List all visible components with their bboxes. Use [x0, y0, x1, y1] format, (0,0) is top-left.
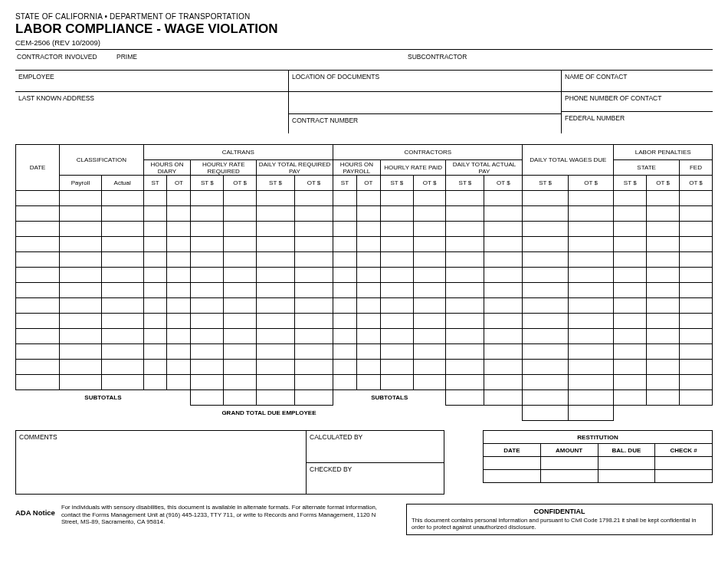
field-last-known-address[interactable]: LAST KNOWN ADDRESS	[15, 92, 288, 133]
th-labor-penalties: LABOR PENALTIES	[614, 145, 713, 160]
label-grand-total: GRAND TOTAL DUE EMPLOYEE	[16, 406, 523, 421]
th-rest-date: DATE	[484, 444, 541, 457]
field-location-documents[interactable]: LOCATION OF DOCUMENTS	[288, 71, 561, 92]
th-hourly-rate-req: HOURLY RATE REQUIRED	[191, 160, 257, 176]
field-comments[interactable]: COMMENTS	[15, 430, 307, 495]
th-date: DATE	[16, 145, 60, 191]
th-sub-otd: OT $	[413, 176, 446, 191]
th-fed: FED	[679, 160, 712, 176]
field-employee[interactable]: EMPLOYEE	[15, 71, 288, 92]
wage-table: DATE CLASSIFICATION CALTRANS CONTRACTORS…	[15, 144, 713, 421]
th-rest-check: CHECK #	[655, 444, 713, 457]
field-name-contact[interactable]: NAME OF CONTACT	[561, 71, 713, 92]
th-sub-payroll: Payroll	[60, 176, 102, 191]
table-row[interactable]	[16, 298, 713, 314]
table-row[interactable]	[16, 191, 713, 206]
table-row[interactable]	[16, 344, 713, 360]
table-row[interactable]	[16, 222, 713, 237]
confidential-body: This document contains personal informat…	[412, 517, 707, 531]
th-sub-otd: OT $	[568, 176, 613, 191]
ada-heading: ADA Notice	[15, 504, 55, 526]
th-sub-st: ST	[333, 176, 357, 191]
ada-body: For individuals with sensory disabilitie…	[61, 504, 383, 526]
label-contractor-involved: CONTRACTOR INVOLVED	[15, 50, 115, 71]
th-sub-std: ST $	[523, 176, 568, 191]
th-classification: CLASSIFICATION	[60, 145, 143, 176]
confidential-heading: CONFIDENTIAL	[412, 508, 707, 515]
restitution-row[interactable]	[484, 470, 713, 483]
grand-total-row: GRAND TOTAL DUE EMPLOYEE	[16, 406, 713, 421]
th-sub-std: ST $	[446, 176, 484, 191]
th-hours-payroll: HOURS ON PAYROLL	[333, 160, 381, 176]
th-sub-otd: OT $	[647, 176, 680, 191]
table-row[interactable]	[16, 360, 713, 375]
th-sub-otd: OT $	[484, 176, 523, 191]
table-row[interactable]	[16, 206, 713, 222]
field-federal-number[interactable]: FEDERAL NUMBER	[562, 112, 713, 131]
restitution-table: RESTITUTION DATE AMOUNT BAL. DUE CHECK #	[483, 430, 713, 483]
th-sub-otd: OT $	[224, 176, 257, 191]
th-sub-actual: Actual	[101, 176, 143, 191]
table-row[interactable]	[16, 268, 713, 283]
table-row[interactable]	[16, 237, 713, 252]
label-prime: PRIME	[115, 50, 406, 71]
field-checked-by[interactable]: CHECKED BY	[307, 463, 444, 495]
table-row[interactable]	[16, 375, 713, 390]
table-row[interactable]	[16, 252, 713, 268]
th-sub-otd: OT $	[679, 176, 712, 191]
th-sub-std: ST $	[614, 176, 647, 191]
th-rest-bal: BAL. DUE	[598, 444, 655, 457]
th-sub-std: ST $	[380, 176, 413, 191]
header-state-line: STATE OF CALIFORNIA • DEPARTMENT OF TRAN…	[15, 12, 713, 21]
table-row[interactable]	[16, 329, 713, 344]
field-calculated-by[interactable]: CALCULATED BY	[307, 430, 444, 463]
th-state: STATE	[614, 160, 680, 176]
th-wages-due: DAILY TOTAL WAGES DUE	[523, 145, 614, 176]
subtotals-row: SUBTOTALS SUBTOTALS	[16, 390, 713, 406]
confidential-box: CONFIDENTIAL This document contains pers…	[406, 504, 713, 535]
th-sub-st: ST	[143, 176, 167, 191]
table-row[interactable]	[16, 283, 713, 298]
header-title: LABOR COMPLIANCE - WAGE VIOLATION	[15, 21, 713, 37]
th-sub-std: ST $	[257, 176, 295, 191]
th-rest-amount: AMOUNT	[540, 444, 598, 457]
th-group-caltrans: CALTRANS	[143, 145, 333, 160]
header-form-id: CEM-2506 (REV 10/2009)	[15, 38, 713, 47]
th-sub-std: ST $	[191, 176, 224, 191]
th-sub-ot: OT	[167, 176, 191, 191]
th-hourly-rate-paid: HOURLY RATE PAID	[380, 160, 446, 176]
th-restitution: RESTITUTION	[484, 431, 713, 444]
th-sub-otd: OT $	[294, 176, 333, 191]
label-subtotals-right: SUBTOTALS	[333, 390, 446, 406]
field-phone-contact[interactable]: PHONE NUMBER OF CONTACT	[562, 92, 713, 112]
th-daily-total-actual: DAILY TOTAL ACTUAL PAY	[446, 160, 523, 176]
label-subtotals-left: SUBTOTALS	[16, 390, 191, 406]
ada-notice: ADA Notice For individuals with sensory …	[15, 504, 383, 526]
th-sub-ot: OT	[356, 176, 380, 191]
label-subcontractor: SUBCONTRACTOR	[406, 50, 713, 71]
field-contract-number[interactable]: CONTRACT NUMBER	[289, 113, 561, 133]
table-row[interactable]	[16, 314, 713, 329]
th-group-contractors: CONTRACTORS	[333, 145, 523, 160]
th-daily-total-req: DAILY TOTAL REQUIRED PAY	[257, 160, 333, 176]
th-hours-diary: HOURS ON DIARY	[143, 160, 191, 176]
restitution-row[interactable]	[484, 457, 713, 470]
